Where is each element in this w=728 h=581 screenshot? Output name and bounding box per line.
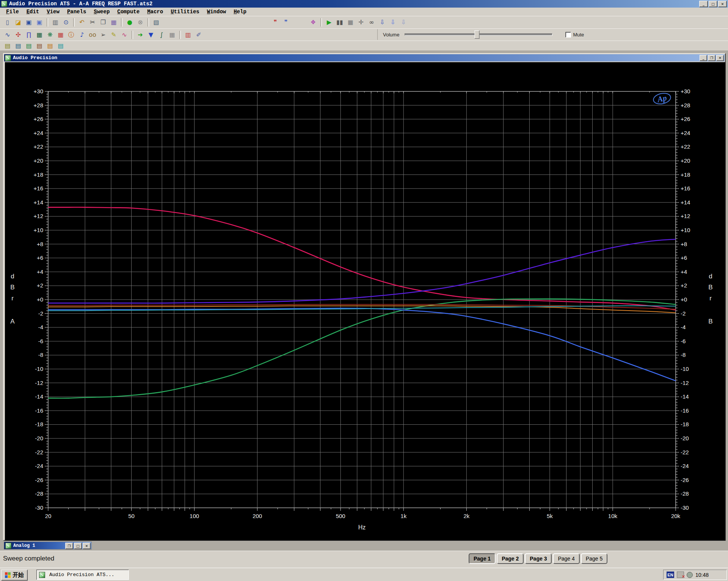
device-disconnected-icon[interactable] bbox=[677, 572, 684, 578]
analog-restore-button[interactable]: ❐ bbox=[65, 543, 73, 549]
volume-slider-thumb[interactable] bbox=[475, 30, 480, 39]
datatable-icon-2[interactable]: ▤ bbox=[13, 41, 24, 51]
copy-icon[interactable]: ❐ bbox=[98, 17, 108, 28]
display-settings-icon[interactable]: ❖ bbox=[308, 17, 318, 28]
tray-utility-icon[interactable] bbox=[687, 572, 693, 578]
graph-window-titlebar[interactable]: ∿ Audio Precision _ ❐ ✕ bbox=[4, 54, 725, 61]
menu-help[interactable]: Help bbox=[230, 8, 250, 16]
analyzer-panel-icon[interactable]: ∿ bbox=[2, 30, 13, 40]
stop-square-icon[interactable]: ■ bbox=[345, 17, 356, 28]
datatable-icon-5[interactable]: ▤ bbox=[45, 41, 55, 51]
mute-checkbox[interactable] bbox=[565, 32, 571, 38]
print-preview-icon[interactable]: ⊙ bbox=[61, 17, 71, 28]
new-file-icon[interactable]: ▯ bbox=[2, 17, 13, 28]
meter-panel-icon[interactable]: oo bbox=[87, 30, 98, 40]
undo-icon[interactable]: ↶ bbox=[77, 17, 87, 28]
svg-text:+12: +12 bbox=[34, 213, 43, 219]
minimize-button[interactable]: _ bbox=[699, 1, 708, 7]
play-icon[interactable]: ▶ bbox=[324, 17, 334, 28]
graph-minimize-button[interactable]: _ bbox=[700, 55, 707, 61]
menu-utilities[interactable]: Utilities bbox=[167, 8, 203, 16]
svg-text:+26: +26 bbox=[34, 116, 43, 122]
window-controls: _ □ ✕ bbox=[699, 1, 727, 7]
start-button[interactable]: 开始 bbox=[1, 570, 28, 581]
page-tab-page-2[interactable]: Page 2 bbox=[497, 553, 524, 564]
dsp-panel-icon[interactable]: ❋ bbox=[45, 30, 55, 40]
taskbar-task-audio-precision[interactable]: ∿ Audio Precision ATS... bbox=[36, 570, 129, 580]
print-icon[interactable]: ▥ bbox=[50, 17, 61, 28]
nav-into-icon[interactable]: ⇩ bbox=[388, 17, 398, 28]
save-file-icon[interactable]: ▣ bbox=[24, 17, 34, 28]
menu-window[interactable]: Window bbox=[203, 8, 230, 16]
svg-text:-28: -28 bbox=[681, 490, 689, 497]
datatable-icon-6[interactable]: ▤ bbox=[55, 41, 66, 51]
analog-maximize-button[interactable]: □ bbox=[74, 543, 82, 549]
probe-panel-icon[interactable]: ➢ bbox=[98, 30, 108, 40]
panel-layout-icon[interactable]: ▧ bbox=[151, 17, 162, 28]
nav-first-icon[interactable]: ⇩ bbox=[377, 17, 388, 28]
new-file-icon-glyph: ▯ bbox=[6, 19, 9, 25]
bargraph-panel-icon[interactable]: ▥ bbox=[183, 30, 193, 40]
page-tab-page-5[interactable]: Page 5 bbox=[581, 553, 607, 564]
menu-panels[interactable]: Panels bbox=[63, 8, 90, 16]
svg-text:+18: +18 bbox=[34, 171, 43, 178]
menu-view[interactable]: View bbox=[43, 8, 63, 16]
comment-red-icon[interactable]: ❞ bbox=[270, 17, 281, 28]
stop-icon[interactable]: ⊗ bbox=[135, 17, 146, 28]
volume-slider[interactable] bbox=[405, 33, 552, 36]
svg-text:B: B bbox=[708, 318, 712, 325]
taskbar-clock[interactable]: 10:48 bbox=[695, 572, 709, 578]
data-table-icon[interactable]: ▦ bbox=[167, 30, 177, 40]
paste-icon[interactable]: ▦ bbox=[108, 17, 119, 28]
datatable-icon-5-glyph: ▤ bbox=[47, 43, 53, 49]
svg-text:+16: +16 bbox=[681, 185, 690, 192]
datatable-icon-1[interactable]: ▤ bbox=[2, 41, 13, 51]
graph-restore-button[interactable]: ❐ bbox=[708, 55, 715, 61]
svg-text:+0: +0 bbox=[37, 296, 43, 303]
open-file-icon[interactable]: ◪ bbox=[13, 17, 24, 28]
pause-icon[interactable]: ▮▮ bbox=[334, 17, 345, 28]
sweep-panel-icon[interactable]: ▦ bbox=[55, 30, 66, 40]
maximize-button[interactable]: □ bbox=[709, 1, 717, 7]
digital-io-panel-icon[interactable]: ∏ bbox=[24, 30, 34, 40]
language-indicator[interactable]: EN bbox=[667, 572, 674, 578]
graph-close-button[interactable]: ✕ bbox=[716, 55, 724, 61]
menu-file[interactable]: File bbox=[2, 8, 23, 16]
filter-panel-icon[interactable]: ∿ bbox=[119, 30, 130, 40]
append-sweep-icon[interactable]: ▼ bbox=[146, 30, 156, 40]
page-tab-page-3[interactable]: Page 3 bbox=[525, 553, 552, 564]
info-panel-icon[interactable]: ⓘ bbox=[66, 30, 77, 40]
svg-text:+30: +30 bbox=[681, 88, 690, 94]
analog-close-button[interactable]: ✕ bbox=[83, 543, 91, 549]
generator-panel-icon[interactable]: ✣ bbox=[13, 30, 24, 40]
go-icon[interactable]: ● bbox=[124, 17, 135, 28]
nav-out-icon[interactable]: ⇩ bbox=[398, 17, 409, 28]
close-button[interactable]: ✕ bbox=[718, 1, 727, 7]
zoom-binoculars-icon[interactable]: ∞ bbox=[366, 17, 377, 28]
analog-panel-bar[interactable]: ∿ Analog 1 ❐ □ ✕ bbox=[4, 542, 92, 550]
svg-text:-14: -14 bbox=[681, 393, 689, 400]
menu-compute[interactable]: Compute bbox=[113, 8, 143, 16]
comment-blue-icon[interactable]: ❞ bbox=[281, 17, 291, 28]
monitor-panel-icon[interactable]: ▦ bbox=[34, 30, 45, 40]
go-sweep-icon[interactable]: ➔ bbox=[135, 30, 146, 40]
menu-sweep[interactable]: Sweep bbox=[90, 8, 113, 16]
main-titlebar: ∿ Audio Precision ATS - A-A FREQ RESP FA… bbox=[0, 0, 728, 8]
graph-panel-icon[interactable]: ∫ bbox=[156, 30, 167, 40]
page-tab-page-4[interactable]: Page 4 bbox=[553, 553, 579, 564]
datatable-icon-3[interactable]: ▤ bbox=[24, 41, 34, 51]
speaker-panel-icon[interactable]: ♪ bbox=[77, 30, 87, 40]
cut-icon[interactable]: ✂ bbox=[87, 17, 98, 28]
macro-panel-icon[interactable]: ✎ bbox=[108, 30, 119, 40]
pan-hand-icon[interactable]: ✛ bbox=[356, 17, 366, 28]
menu-macro[interactable]: Macro bbox=[143, 8, 167, 16]
status-text: Sweep completed bbox=[3, 555, 54, 562]
svg-text:-26: -26 bbox=[35, 477, 43, 483]
taskbar: 开始 ∿ Audio Precision ATS... EN 10:48 bbox=[0, 568, 728, 581]
table-toolbar-group: ▤▤▤▤▤▤ bbox=[2, 41, 66, 51]
notes-panel-icon[interactable]: ✐ bbox=[193, 30, 204, 40]
page-tab-page-1[interactable]: Page 1 bbox=[469, 553, 496, 564]
datatable-icon-4[interactable]: ▤ bbox=[34, 41, 45, 51]
menu-edit[interactable]: Edit bbox=[23, 8, 43, 16]
save-workspace-icon[interactable]: ▣ bbox=[34, 17, 45, 28]
